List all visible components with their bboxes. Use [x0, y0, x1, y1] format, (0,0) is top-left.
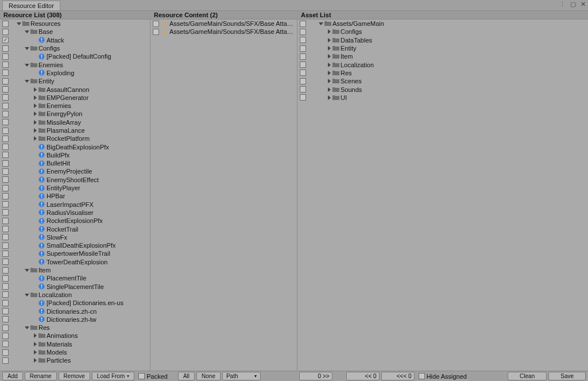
tree-row[interactable]: Attack [0, 36, 150, 44]
rename-button[interactable]: Rename [25, 372, 57, 380]
tree-row[interactable]: RadiusVisualiser [0, 209, 150, 217]
row-checkbox[interactable] [2, 185, 9, 191]
pager-forward[interactable]: 0 >> [299, 372, 332, 380]
row-checkbox[interactable] [2, 45, 9, 52]
expand-arrow-icon[interactable] [326, 46, 332, 51]
content-row[interactable]: Assets/GameMain/Sounds/SFX/Base Attack/z… [150, 28, 297, 36]
row-checkbox[interactable] [300, 21, 306, 27]
tree-row[interactable]: Assets/GameMain [297, 20, 588, 28]
row-checkbox[interactable] [2, 349, 9, 356]
expand-arrow-icon[interactable] [326, 54, 332, 59]
row-checkbox[interactable] [2, 29, 9, 35]
window-tab[interactable]: Resource Editor [2, 1, 60, 10]
expand-arrow-icon[interactable] [326, 38, 332, 43]
pager-back[interactable]: << 0 [346, 372, 380, 380]
row-checkbox[interactable] [2, 325, 9, 331]
expand-arrow-icon[interactable] [24, 46, 30, 51]
tree-row[interactable]: TowerDeathExplosion [0, 258, 150, 266]
row-checkbox[interactable] [2, 21, 9, 27]
row-checkbox[interactable] [2, 128, 9, 134]
expand-arrow-icon[interactable] [24, 29, 30, 34]
tree-row[interactable]: SupertowerMissileTrail [0, 249, 150, 257]
tree-row[interactable]: BuildPfx [0, 151, 150, 159]
tree-row[interactable]: BigDeathExplosionPfx [0, 143, 150, 151]
tree-row[interactable]: RocketPlatform [0, 134, 150, 143]
expand-arrow-icon[interactable] [32, 103, 38, 108]
tree-row[interactable]: Configs [0, 44, 150, 52]
row-checkbox[interactable] [2, 152, 9, 158]
expand-arrow-icon[interactable] [326, 71, 332, 75]
row-checkbox[interactable] [2, 144, 9, 150]
none-button[interactable]: None [196, 372, 220, 380]
row-checkbox[interactable] [2, 103, 9, 109]
tree-row[interactable]: AssaultCannon [0, 85, 150, 93]
expand-arrow-icon[interactable] [326, 79, 332, 83]
row-checkbox[interactable] [300, 94, 306, 101]
close-icon[interactable]: ✕ [581, 1, 586, 8]
tree-row[interactable]: Entity [297, 44, 588, 52]
row-checkbox[interactable] [300, 37, 306, 43]
save-button[interactable]: Save [548, 372, 586, 380]
tree-row[interactable]: Sounds [297, 85, 588, 93]
add-button[interactable]: Add [2, 372, 23, 380]
expand-arrow-icon[interactable] [24, 293, 30, 297]
tree-row[interactable]: Res [0, 324, 150, 332]
tree-row[interactable]: Scenes [297, 77, 588, 85]
tree-row[interactable]: HPBar [0, 192, 150, 200]
row-checkbox[interactable] [2, 53, 9, 60]
tree-row[interactable]: Enemies [0, 60, 150, 68]
expand-arrow-icon[interactable] [32, 95, 38, 100]
hide-assigned-toggle[interactable]: Hide Assigned [416, 373, 469, 380]
row-checkbox[interactable] [2, 94, 9, 101]
expand-arrow-icon[interactable] [326, 87, 332, 92]
tree-row[interactable]: EnemyShootEffect [0, 176, 150, 184]
tree-row[interactable]: PlacementTile [0, 274, 150, 282]
row-checkbox[interactable] [153, 29, 159, 35]
packed-toggle[interactable]: Packed [136, 373, 170, 380]
row-checkbox[interactable] [153, 21, 159, 27]
row-checkbox[interactable] [300, 78, 306, 84]
row-checkbox[interactable] [2, 357, 9, 364]
menu-icon[interactable]: ⋮ [559, 1, 566, 8]
tree-row[interactable]: Entity [0, 77, 150, 85]
row-checkbox[interactable] [2, 193, 9, 199]
tree-row[interactable]: Item [0, 266, 150, 274]
row-checkbox[interactable] [2, 119, 9, 125]
tree-row[interactable]: [Packed] Dictionaries.en-us [0, 299, 150, 307]
row-checkbox[interactable] [300, 45, 306, 52]
row-checkbox[interactable] [2, 136, 9, 142]
row-checkbox[interactable] [2, 70, 9, 76]
expand-arrow-icon[interactable] [24, 268, 30, 272]
resource-list-panel[interactable]: ResourcesBaseAttackConfigs[Packed] Defau… [0, 20, 150, 371]
tree-row[interactable]: Res [297, 69, 588, 77]
row-checkbox[interactable] [2, 234, 9, 240]
tree-row[interactable]: MissileArray [0, 118, 150, 126]
expand-arrow-icon[interactable] [32, 120, 38, 125]
tree-row[interactable]: SinglePlacementTile [0, 283, 150, 291]
expand-arrow-icon[interactable] [32, 111, 38, 116]
row-checkbox[interactable] [2, 218, 9, 224]
row-checkbox[interactable] [2, 308, 9, 314]
remove-button[interactable]: Remove [59, 372, 90, 380]
tree-row[interactable]: Localization [297, 60, 588, 68]
row-checkbox[interactable] [2, 176, 9, 183]
expand-arrow-icon[interactable] [32, 342, 38, 347]
resource-content-panel[interactable]: Assets/GameMain/Sounds/SFX/Base Attack/b… [150, 20, 297, 371]
expand-arrow-icon[interactable] [32, 136, 38, 141]
tree-row[interactable]: Enemies [0, 102, 150, 110]
expand-arrow-icon[interactable] [16, 21, 22, 26]
row-checkbox[interactable] [300, 53, 306, 60]
tree-row[interactable]: Exploding [0, 69, 150, 77]
tree-row[interactable]: Dictionaries.zh-tw [0, 315, 150, 324]
tree-row[interactable]: Localization [0, 291, 150, 299]
row-checkbox[interactable] [2, 111, 9, 117]
tree-row[interactable]: LaserImpactPFX [0, 201, 150, 209]
maximize-icon[interactable]: ▢ [570, 1, 576, 8]
tree-row[interactable]: RocketTrail [0, 225, 150, 233]
expand-arrow-icon[interactable] [32, 128, 38, 133]
tree-row[interactable]: [Packed] DefaultConfig [0, 52, 150, 60]
row-checkbox[interactable] [300, 86, 306, 93]
tree-row[interactable]: Dictionaries.zh-cn [0, 307, 150, 315]
tree-row[interactable]: EntityPlayer [0, 184, 150, 192]
tree-row[interactable]: Item [297, 52, 588, 60]
